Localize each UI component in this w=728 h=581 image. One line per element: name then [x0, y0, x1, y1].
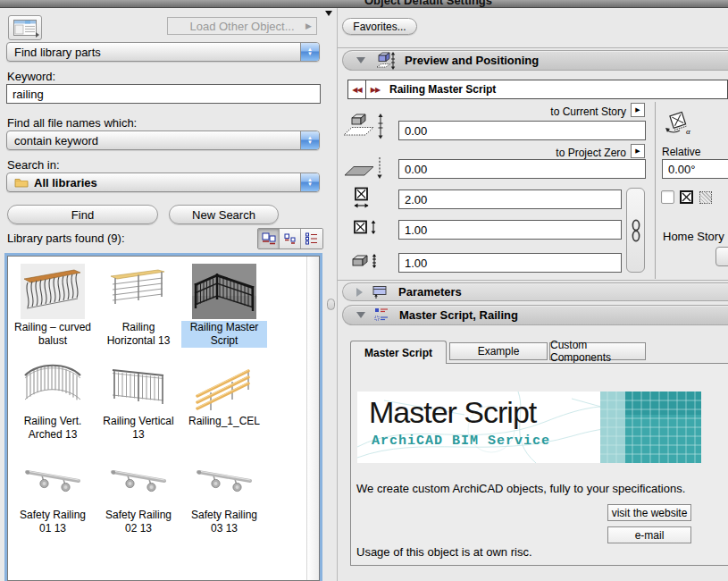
search-in-select[interactable]: All libraries ▲ ▼ [6, 173, 320, 192]
library-part-thumbnail [21, 264, 85, 319]
visit-website-button[interactable]: visit the website [607, 504, 691, 521]
library-part-thumbnail [192, 451, 256, 507]
results-count-label: Library parts found (9): [7, 232, 125, 245]
preview-layout-button[interactable] [8, 15, 42, 40]
library-part-item[interactable]: Safety Railing 02 13 [96, 451, 181, 545]
favorites-button[interactable]: Favorites... [342, 18, 417, 35]
new-search-button-label: New Search [192, 208, 255, 222]
find-button[interactable]: Find [7, 205, 158, 224]
load-other-object-button[interactable]: Load Other Object... ▶ [167, 17, 317, 35]
filename-filter-select[interactable]: contain keyword ▲ ▼ [6, 131, 320, 150]
submenu-arrow-icon: ▶ [305, 21, 312, 30]
disclosure-open-icon [356, 312, 365, 318]
library-part-label: Railing – curved balust [10, 321, 96, 348]
rotation-angle-icon: α [665, 110, 695, 137]
library-parts-list[interactable]: Railing – curved balust Railing Horizont… [7, 256, 320, 581]
depth-icon [354, 220, 379, 235]
folder-icon [14, 177, 29, 188]
panel-splitter[interactable] [337, 8, 338, 581]
stepper-icon: ▲ ▼ [300, 173, 319, 191]
visit-website-label: visit the website [612, 507, 688, 519]
stepper-down-icon: ▼ [307, 182, 313, 187]
tab-master-script-label: Master Script [364, 347, 432, 359]
height-input[interactable] [398, 253, 622, 273]
preview-positioning-header[interactable]: Preview and Positioning [342, 50, 728, 71]
library-part-label: Safety Railing 03 13 [181, 509, 267, 535]
link-values-button[interactable] [626, 188, 645, 273]
previous-object-button[interactable]: ◀◀ [348, 80, 366, 98]
to-project-zero-input[interactable] [398, 159, 646, 179]
library-part-thumbnail [192, 264, 256, 319]
preview-positioning-icon [374, 51, 396, 71]
to-current-story-input[interactable] [398, 121, 646, 140]
tab-example[interactable]: Example [449, 342, 548, 360]
depth-input[interactable] [398, 220, 622, 240]
view-list-icon [305, 232, 319, 245]
parameters-header[interactable]: Parameters [342, 282, 728, 301]
library-part-item[interactable]: Railing_1_CEL [181, 358, 267, 451]
relative-angle-input[interactable] [662, 159, 728, 179]
svg-text:α: α [686, 127, 690, 136]
plain-checkbox[interactable] [661, 190, 674, 204]
tab-example-label: Example [478, 345, 520, 358]
library-part-thumbnail [106, 264, 171, 319]
width-input[interactable] [398, 189, 622, 209]
tab-master-script[interactable]: Master Script [350, 341, 447, 364]
library-part-label: Railing_1_CEL [186, 415, 263, 428]
window-title-bar[interactable]: Object Default Settings [0, 0, 728, 8]
relative-label: Relative [662, 146, 700, 158]
stepper-down-icon: ▼ [307, 140, 313, 145]
list-scrollbar[interactable] [306, 257, 319, 580]
keyword-input[interactable] [6, 84, 321, 104]
parameters-title: Parameters [398, 285, 462, 299]
ghost-checkbox[interactable] [699, 191, 712, 204]
window-title: Object Default Settings [64, 0, 728, 7]
view-toggle-group [257, 228, 323, 249]
script-description: We create custom ArchiCAD objects, fully… [356, 482, 685, 495]
library-part-item[interactable]: Safety Railing 01 13 [10, 451, 96, 545]
popup-arrow-icon: ▶ [635, 147, 640, 155]
view-small-icons-button[interactable] [280, 229, 301, 248]
mirror-checkbox-icon [682, 192, 691, 202]
tab-custom-components[interactable]: Custom Components [549, 342, 646, 360]
find-mode-select[interactable]: Find library parts ▲ ▼ [6, 42, 320, 62]
library-parts-grid: Railing – curved balust Railing Horizont… [10, 264, 267, 545]
tab-custom-components-label: Custom Components [550, 339, 645, 364]
filename-filter-label: Find all file names which: [7, 116, 137, 130]
library-part-item[interactable]: Railing Master Script [181, 264, 267, 358]
popup-arrow-icon: ▶ [635, 106, 640, 114]
library-part-item[interactable]: Railing Horizontal 13 [96, 264, 181, 358]
new-search-button[interactable]: New Search [169, 205, 279, 224]
email-button[interactable]: e-mail [607, 526, 691, 543]
separator [338, 47, 728, 48]
library-part-label: Safety Railing 01 13 [10, 509, 96, 535]
window-layout-icon [13, 20, 37, 36]
library-part-thumbnail [21, 451, 85, 507]
email-button-label: e-mail [635, 529, 665, 542]
to-project-zero-label: to Project Zero [398, 147, 626, 159]
library-part-item[interactable]: Railing Vert. Arched 13 [10, 358, 96, 451]
to-current-story-popup-button[interactable]: ▶ [631, 103, 645, 117]
search-in-label: Search in: [7, 158, 60, 172]
menu-corner-arrow-icon [36, 32, 39, 38]
library-part-item[interactable]: Safety Railing 03 13 [181, 451, 267, 545]
home-story-popup-button[interactable] [715, 247, 728, 266]
favorites-button-label: Favorites... [353, 21, 406, 33]
splitter-arrow-icon[interactable] [325, 11, 332, 16]
keyword-label: Keyword: [7, 70, 55, 83]
view-list-button[interactable] [301, 229, 322, 248]
disclosure-open-icon [356, 57, 365, 63]
library-part-item[interactable]: Railing Vertical 13 [96, 358, 181, 451]
parameters-icon [372, 285, 389, 299]
search-in-value: All libraries [34, 176, 97, 189]
next-object-button[interactable]: ▶▶ [366, 80, 384, 98]
view-large-icons-button[interactable] [258, 229, 280, 248]
master-script-header[interactable]: Master Script, Railing [342, 305, 728, 325]
library-part-item[interactable]: Railing – curved balust [10, 264, 96, 358]
splitter-grip[interactable] [327, 299, 335, 310]
object-default-settings-dialog: Object Default Settings Load Other Objec… [0, 0, 728, 581]
to-project-zero-popup-button[interactable]: ▶ [631, 144, 645, 158]
banner-subtitle: ArchiCAD BIM Service [372, 434, 550, 449]
preview-positioning-title: Preview and Positioning [405, 54, 539, 67]
mirror-checkbox[interactable] [680, 190, 693, 204]
